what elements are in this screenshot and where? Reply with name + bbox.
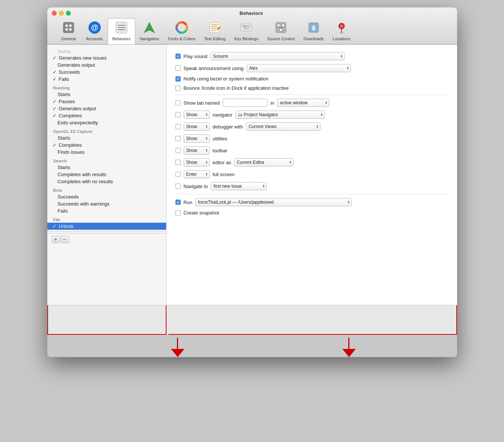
notify-bezel-checkbox[interactable]	[175, 76, 181, 82]
sidebar-item-succeeds-bots[interactable]: Succeeds	[47, 193, 166, 200]
sidebar-item-completes-no-results[interactable]: Completes with no results	[47, 178, 166, 185]
remove-behavior-button[interactable]: −	[61, 236, 69, 243]
navigation-icon	[142, 20, 157, 35]
show-navigator-row: Show Hide navigator 🗂 Project Navigator …	[175, 111, 448, 119]
toolbar-item-text-editing[interactable]: Text Editing	[200, 19, 230, 44]
svg-rect-1	[66, 25, 68, 27]
show-toolbar-checkbox[interactable]	[175, 148, 181, 153]
show-utilities-row: Show Hide utilities	[175, 134, 448, 143]
svg-point-37	[339, 32, 344, 34]
sidebar-item-succeeds-warnings-bots[interactable]: Succeeds with warnings	[47, 200, 166, 207]
navigator-type-wrapper: 🗂 Project Navigator Symbol Navigator Fin…	[235, 111, 325, 119]
svg-text:@: @	[91, 23, 98, 31]
show-utilities-checkbox[interactable]	[175, 136, 181, 141]
sidebar-item-exits-unexpectedly[interactable]: Exits unexpectedly	[47, 119, 166, 126]
toolbar-item-fonts-colors[interactable]: Fonts & Colors	[164, 19, 200, 44]
maximize-button[interactable]	[66, 11, 71, 16]
navigator-type-select[interactable]: 🗂 Project Navigator Symbol Navigator Fin…	[235, 111, 325, 119]
sidebar-item-unlock[interactable]: Unlock	[47, 223, 166, 230]
speak-announcement-checkbox[interactable]	[175, 66, 181, 71]
toolbar-item-behaviors[interactable]: Behaviors	[108, 18, 136, 44]
play-sound-checkbox[interactable]	[175, 54, 181, 59]
bottom-right-indicator	[168, 305, 457, 335]
show-tab-input[interactable]	[223, 99, 267, 107]
sidebar-item-starts-opengl[interactable]: Starts	[47, 134, 166, 141]
svg-point-35	[340, 25, 343, 28]
divider-1	[175, 95, 448, 95]
toolbar-item-accounts[interactable]: @ Accounts	[82, 19, 108, 44]
fullscreen-row: Enter Exit full screen	[175, 170, 448, 178]
show-tab-row: Show tab named in active window new wind…	[175, 99, 448, 107]
notify-bezel-label: Notify using bezel or system notificatio…	[184, 76, 269, 82]
run-checkbox[interactable]	[175, 200, 181, 205]
editor-type-select[interactable]: Current Editor Standard Editor Assistant…	[234, 158, 294, 166]
key-bindings-icon: alt ⌥	[239, 20, 254, 35]
show-toolbar-action[interactable]: Show Hide	[184, 146, 210, 155]
sidebar-item-finds-issues[interactable]: Finds issues	[47, 149, 166, 156]
utilities-label: utilities	[213, 136, 228, 141]
show-tab-checkbox[interactable]	[175, 100, 181, 105]
sidebar-item-pauses[interactable]: Pauses	[47, 98, 166, 105]
run-script-wrapper: forceThatLock.pl — /Users/jappleseed	[195, 198, 352, 206]
svg-point-26	[277, 24, 280, 27]
sidebar-item-completes-running[interactable]: Completes	[47, 112, 166, 119]
show-debugger-row: Show Hide debugger with Current Views Va…	[175, 123, 448, 131]
show-debugger-action-wrapper: Show Hide	[184, 123, 210, 131]
bounce-xcode-checkbox[interactable]	[175, 86, 181, 91]
sidebar-item-completes-opengl[interactable]: Completes	[47, 141, 166, 149]
toolbar-item-source-control[interactable]: Source Control	[263, 19, 299, 44]
source-control-icon	[273, 20, 288, 35]
sidebar-item-generates-new-issues[interactable]: Generates new issues	[47, 54, 166, 61]
show-toolbar-row: Show Hide toolbar	[175, 146, 448, 155]
fullscreen-action[interactable]: Enter Exit	[184, 170, 210, 178]
add-behavior-button[interactable]: +	[52, 236, 60, 243]
fonts-colors-label: Fonts & Colors	[168, 36, 195, 41]
speak-select[interactable]: Alex Victoria Samantha	[247, 64, 351, 72]
toolbar-item-general[interactable]: General	[56, 19, 82, 44]
source-control-label: Source Control	[267, 36, 294, 41]
toolbar-item-navigation[interactable]: Navigation	[135, 19, 164, 44]
show-debugger-checkbox[interactable]	[175, 124, 181, 129]
fullscreen-checkbox[interactable]	[175, 172, 181, 177]
bottom-left-indicator	[47, 305, 167, 335]
sidebar-item-completes-with-results[interactable]: Completes with results	[47, 171, 166, 178]
right-panel: Play sound Sosumi Basso Blow Bottle Frog…	[167, 45, 457, 305]
toolbar-item-key-bindings[interactable]: alt ⌥ Key Bindings	[230, 19, 263, 44]
show-utilities-action[interactable]: Show Hide	[184, 134, 210, 143]
sidebar-item-fails-bots[interactable]: Fails	[47, 207, 166, 214]
minimize-button[interactable]	[59, 11, 64, 16]
toolbar-item-downloads[interactable]: Downloads	[299, 19, 328, 44]
play-sound-select[interactable]: Sosumi Basso Blow Bottle Frog Funk Glass…	[210, 52, 345, 60]
sidebar-item-starts-search[interactable]: Starts	[47, 164, 166, 171]
fonts-colors-icon	[174, 20, 189, 35]
sidebar-item-generates-output-testing[interactable]: Generates output	[47, 61, 166, 69]
sidebar-item-starts-running[interactable]: Starts	[47, 91, 166, 98]
debugger-type-wrapper: Current Views Variables & Console View C…	[246, 123, 320, 131]
navigate-to-select[interactable]: first new issue first issue next issue	[211, 182, 267, 190]
svg-rect-0	[63, 22, 74, 33]
general-icon	[61, 20, 76, 35]
sidebar-item-generates-output-running[interactable]: Generates output	[47, 105, 166, 112]
running-section-label: Running	[47, 83, 166, 91]
show-editor-action[interactable]: Show Hide	[184, 158, 210, 166]
title-bar: Behaviors General	[47, 7, 457, 44]
bounce-xcode-label: Bounce Xcode icon in Dock if application…	[184, 85, 289, 91]
sidebar-item-succeeds-testing[interactable]: Succeeds	[47, 69, 166, 76]
show-navigator-checkbox[interactable]	[175, 112, 181, 117]
toolbar-item-locations[interactable]: Locations	[328, 19, 355, 44]
sidebar-item-fails-testing[interactable]: Fails	[47, 76, 166, 83]
create-snapshot-checkbox[interactable]	[175, 210, 181, 216]
run-script-select[interactable]: forceThatLock.pl — /Users/jappleseed	[195, 198, 352, 206]
key-bindings-label: Key Bindings	[234, 36, 258, 41]
show-debugger-action[interactable]: Show Hide	[184, 123, 210, 131]
debugger-type-select[interactable]: Current Views Variables & Console View C…	[246, 123, 320, 131]
show-utilities-action-wrapper: Show Hide	[184, 134, 210, 143]
show-tab-window-select[interactable]: active window new window	[277, 99, 329, 107]
navigate-to-checkbox[interactable]	[175, 184, 181, 189]
close-button[interactable]	[52, 11, 57, 16]
behaviors-icon	[114, 20, 129, 35]
create-snapshot-label: Create snapshot	[184, 210, 219, 216]
show-editor-action-wrapper: Show Hide	[184, 158, 210, 166]
show-editor-checkbox[interactable]	[175, 160, 181, 165]
show-navigator-action[interactable]: Show Hide	[184, 111, 210, 119]
